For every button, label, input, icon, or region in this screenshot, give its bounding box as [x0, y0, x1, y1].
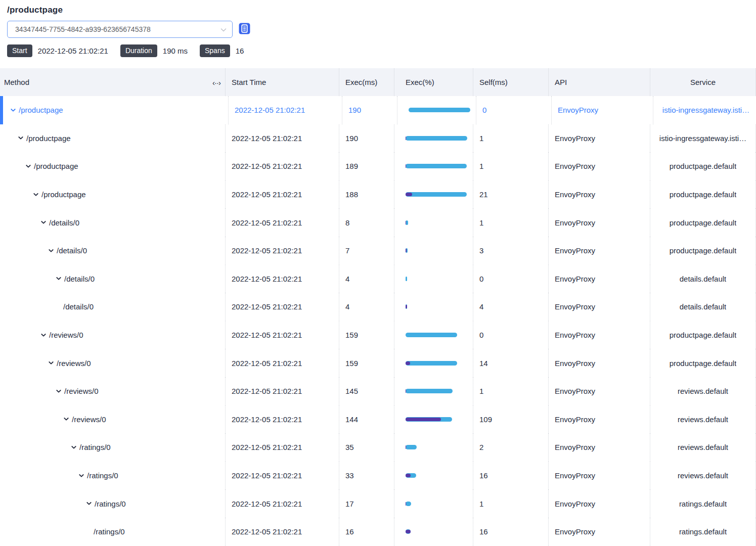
chevron-down-icon: [220, 26, 227, 35]
caret-down-icon[interactable]: [56, 388, 62, 394]
span-exec-percent-cell: [394, 237, 473, 265]
span-service: productpage.default: [670, 331, 737, 339]
caret-down-icon[interactable]: [18, 135, 24, 141]
trace-summary: Start 2022-12-05 21:02:21 Duration 190 m…: [7, 44, 749, 57]
span-api: EnvoyProxy: [549, 377, 650, 405]
trace-id-select[interactable]: 34347445-7755-4842-a939-623656745378: [7, 21, 233, 38]
span-service: istio-ingressgateway.isti…: [662, 106, 749, 114]
exec-percent-bar: [406, 473, 467, 478]
trace-span-row[interactable]: /ratings/02022-12-05 21:02:21352EnvoyPro…: [0, 433, 756, 462]
column-resize-icon[interactable]: ‹··›: [212, 78, 220, 86]
summary-start: Start 2022-12-05 21:02:21: [7, 44, 108, 57]
span-self-ms: 1: [473, 124, 549, 153]
span-method-cell: /reviews/0: [0, 377, 226, 405]
caret-down-icon[interactable]: [56, 276, 62, 282]
self-bar-segment: [406, 361, 410, 365]
spans-value: 16: [236, 47, 244, 55]
caret-down-icon[interactable]: [78, 473, 84, 479]
span-start-time: 2022-12-05 21:02:21: [226, 433, 339, 462]
caret-down-icon[interactable]: [10, 107, 16, 113]
trace-span-row[interactable]: /productpage2022-12-05 21:02:2118821Envo…: [0, 180, 756, 209]
self-bar-segment: [406, 530, 411, 533]
exec-bar-segment: [406, 164, 467, 168]
span-service-cell: productpage.default: [650, 237, 756, 265]
span-self-ms: 0: [473, 265, 549, 293]
span-service-cell: istio-ingressgateway.isti…: [653, 96, 756, 124]
column-header-exec-ms: Exec(ms): [339, 68, 394, 96]
summary-duration: Duration 190 ms: [120, 44, 188, 57]
span-exec-ms: 16: [339, 518, 394, 546]
table-body: /productpage2022-12-05 21:02:211900Envoy…: [0, 96, 756, 546]
span-method-cell: /ratings/0: [0, 462, 226, 490]
span-service-cell: istio-ingressgateway.isti…: [650, 124, 756, 153]
span-method-label: /ratings/0: [95, 499, 126, 508]
span-method-label: /ratings/0: [87, 471, 118, 480]
span-exec-ms: 159: [339, 321, 394, 349]
span-start-time: 2022-12-05 21:02:21: [226, 265, 339, 293]
caret-down-icon[interactable]: [40, 219, 47, 225]
trace-span-row[interactable]: /reviews/02022-12-05 21:02:21144109Envoy…: [0, 405, 756, 434]
exec-percent-bar: [406, 192, 467, 197]
trace-span-row[interactable]: /reviews/02022-12-05 21:02:211451EnvoyPr…: [0, 377, 756, 405]
trace-span-row[interactable]: /details/02022-12-05 21:02:2140EnvoyProx…: [0, 265, 756, 293]
span-start-time: 2022-12-05 21:02:21: [226, 152, 339, 180]
column-header-exec-pct: Exec(%): [394, 68, 473, 96]
column-header-method: Method‹··›: [0, 68, 226, 96]
span-method-cell: /details/0: [0, 293, 226, 321]
span-exec-percent-cell: [394, 321, 473, 349]
caret-down-icon[interactable]: [25, 163, 31, 169]
copy-trace-id-button[interactable]: [238, 23, 251, 36]
span-service: details.default: [680, 302, 727, 311]
trace-span-row[interactable]: /ratings/02022-12-05 21:02:213316EnvoyPr…: [0, 462, 756, 490]
trace-span-row[interactable]: /ratings/02022-12-05 21:02:211616EnvoyPr…: [0, 518, 756, 546]
exec-percent-bar: [406, 164, 467, 168]
self-bar-segment: [406, 193, 412, 196]
trace-span-row[interactable]: /details/02022-12-05 21:02:2173EnvoyProx…: [0, 237, 756, 265]
caret-down-icon[interactable]: [40, 332, 47, 338]
span-exec-percent-cell: [397, 96, 476, 124]
span-start-time: 2022-12-05 21:02:21: [226, 237, 339, 265]
span-self-ms: 16: [473, 518, 549, 546]
span-method-cell: /details/0: [0, 208, 226, 237]
span-service-cell: productpage.default: [650, 180, 756, 209]
caret-down-icon[interactable]: [48, 360, 54, 366]
span-start-time: 2022-12-05 21:02:21: [226, 377, 339, 405]
column-header-label: Start Time: [232, 78, 266, 86]
span-exec-percent-cell: [394, 124, 473, 153]
trace-span-row[interactable]: /details/02022-12-05 21:02:2181EnvoyProx…: [0, 208, 756, 237]
trace-span-row[interactable]: /details/02022-12-05 21:02:2144EnvoyProx…: [0, 293, 756, 321]
caret-down-icon[interactable]: [71, 444, 77, 450]
caret-down-icon[interactable]: [33, 192, 39, 198]
exec-percent-bar: [406, 502, 467, 506]
spans-badge: Spans: [200, 44, 230, 57]
caret-down-icon[interactable]: [63, 416, 69, 422]
trace-span-row[interactable]: /productpage2022-12-05 21:02:211900Envoy…: [0, 96, 756, 124]
caret-down-icon[interactable]: [48, 248, 54, 254]
caret-down-icon[interactable]: [86, 500, 92, 507]
span-method-label: /details/0: [49, 218, 79, 227]
span-service-cell: productpage.default: [650, 208, 756, 237]
span-method-cell: /ratings/0: [0, 489, 226, 518]
exec-percent-bar: [409, 108, 470, 112]
trace-span-row[interactable]: /productpage2022-12-05 21:02:211891Envoy…: [0, 152, 756, 180]
span-service: productpage.default: [670, 218, 737, 227]
span-exec-ms: 189: [339, 152, 394, 180]
span-api: EnvoyProxy: [549, 180, 650, 209]
exec-percent-bar: [406, 333, 467, 337]
span-start-time: 2022-12-05 21:02:21: [229, 96, 342, 124]
trace-span-row[interactable]: /reviews/02022-12-05 21:02:2115914EnvoyP…: [0, 349, 756, 377]
self-bar-segment: [406, 305, 407, 308]
trace-id-select-value: 34347445-7755-4842-a939-623656745378: [15, 25, 151, 33]
column-header-start-time: Start Time: [226, 68, 339, 96]
span-exec-percent-cell: [394, 518, 473, 546]
trace-span-row[interactable]: /reviews/02022-12-05 21:02:211590EnvoyPr…: [0, 321, 756, 349]
span-self-ms: 0: [476, 96, 552, 124]
column-header-label: Exec(ms): [345, 78, 377, 86]
span-service: productpage.default: [670, 359, 737, 368]
trace-span-row[interactable]: /ratings/02022-12-05 21:02:21171EnvoyPro…: [0, 489, 756, 518]
trace-span-row[interactable]: /productpage2022-12-05 21:02:211901Envoy…: [0, 124, 756, 153]
exec-bar-segment: [406, 389, 453, 393]
span-service: ratings.default: [679, 527, 727, 536]
exec-percent-bar: [406, 136, 467, 141]
span-service-cell: reviews.default: [650, 377, 756, 405]
